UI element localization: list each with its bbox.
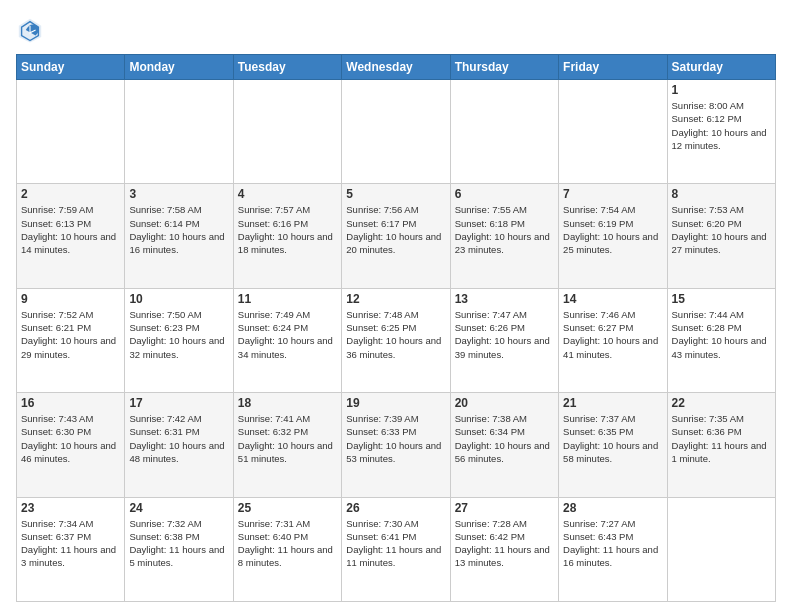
day-info: Sunrise: 7:28 AM Sunset: 6:42 PM Dayligh… (455, 517, 554, 570)
day-cell: 21Sunrise: 7:37 AM Sunset: 6:35 PM Dayli… (559, 393, 667, 497)
day-info: Sunrise: 7:44 AM Sunset: 6:28 PM Dayligh… (672, 308, 771, 361)
day-header-sunday: Sunday (17, 55, 125, 80)
logo-icon (16, 16, 44, 44)
day-header-thursday: Thursday (450, 55, 558, 80)
day-number: 16 (21, 396, 120, 410)
day-info: Sunrise: 7:39 AM Sunset: 6:33 PM Dayligh… (346, 412, 445, 465)
day-number: 13 (455, 292, 554, 306)
day-cell: 8Sunrise: 7:53 AM Sunset: 6:20 PM Daylig… (667, 184, 775, 288)
day-cell: 25Sunrise: 7:31 AM Sunset: 6:40 PM Dayli… (233, 497, 341, 601)
day-info: Sunrise: 7:55 AM Sunset: 6:18 PM Dayligh… (455, 203, 554, 256)
day-cell: 15Sunrise: 7:44 AM Sunset: 6:28 PM Dayli… (667, 288, 775, 392)
day-info: Sunrise: 7:41 AM Sunset: 6:32 PM Dayligh… (238, 412, 337, 465)
day-number: 24 (129, 501, 228, 515)
day-cell: 7Sunrise: 7:54 AM Sunset: 6:19 PM Daylig… (559, 184, 667, 288)
day-info: Sunrise: 7:56 AM Sunset: 6:17 PM Dayligh… (346, 203, 445, 256)
week-row-4: 16Sunrise: 7:43 AM Sunset: 6:30 PM Dayli… (17, 393, 776, 497)
logo (16, 16, 48, 44)
day-info: Sunrise: 7:48 AM Sunset: 6:25 PM Dayligh… (346, 308, 445, 361)
day-cell: 11Sunrise: 7:49 AM Sunset: 6:24 PM Dayli… (233, 288, 341, 392)
day-cell: 19Sunrise: 7:39 AM Sunset: 6:33 PM Dayli… (342, 393, 450, 497)
day-number: 14 (563, 292, 662, 306)
day-cell: 3Sunrise: 7:58 AM Sunset: 6:14 PM Daylig… (125, 184, 233, 288)
day-number: 15 (672, 292, 771, 306)
day-cell: 5Sunrise: 7:56 AM Sunset: 6:17 PM Daylig… (342, 184, 450, 288)
day-cell: 2Sunrise: 7:59 AM Sunset: 6:13 PM Daylig… (17, 184, 125, 288)
day-number: 19 (346, 396, 445, 410)
day-info: Sunrise: 7:31 AM Sunset: 6:40 PM Dayligh… (238, 517, 337, 570)
day-cell: 17Sunrise: 7:42 AM Sunset: 6:31 PM Dayli… (125, 393, 233, 497)
day-number: 5 (346, 187, 445, 201)
day-number: 3 (129, 187, 228, 201)
day-cell: 23Sunrise: 7:34 AM Sunset: 6:37 PM Dayli… (17, 497, 125, 601)
header-row: SundayMondayTuesdayWednesdayThursdayFrid… (17, 55, 776, 80)
day-cell: 20Sunrise: 7:38 AM Sunset: 6:34 PM Dayli… (450, 393, 558, 497)
week-row-1: 1Sunrise: 8:00 AM Sunset: 6:12 PM Daylig… (17, 80, 776, 184)
day-number: 23 (21, 501, 120, 515)
day-header-tuesday: Tuesday (233, 55, 341, 80)
day-number: 22 (672, 396, 771, 410)
day-cell: 14Sunrise: 7:46 AM Sunset: 6:27 PM Dayli… (559, 288, 667, 392)
day-number: 4 (238, 187, 337, 201)
day-info: Sunrise: 7:59 AM Sunset: 6:13 PM Dayligh… (21, 203, 120, 256)
day-info: Sunrise: 7:27 AM Sunset: 6:43 PM Dayligh… (563, 517, 662, 570)
day-info: Sunrise: 7:50 AM Sunset: 6:23 PM Dayligh… (129, 308, 228, 361)
header (16, 16, 776, 44)
day-cell: 12Sunrise: 7:48 AM Sunset: 6:25 PM Dayli… (342, 288, 450, 392)
day-cell (125, 80, 233, 184)
day-cell: 26Sunrise: 7:30 AM Sunset: 6:41 PM Dayli… (342, 497, 450, 601)
day-cell: 6Sunrise: 7:55 AM Sunset: 6:18 PM Daylig… (450, 184, 558, 288)
day-info: Sunrise: 7:37 AM Sunset: 6:35 PM Dayligh… (563, 412, 662, 465)
day-number: 7 (563, 187, 662, 201)
day-info: Sunrise: 8:00 AM Sunset: 6:12 PM Dayligh… (672, 99, 771, 152)
week-row-3: 9Sunrise: 7:52 AM Sunset: 6:21 PM Daylig… (17, 288, 776, 392)
day-info: Sunrise: 7:46 AM Sunset: 6:27 PM Dayligh… (563, 308, 662, 361)
week-row-2: 2Sunrise: 7:59 AM Sunset: 6:13 PM Daylig… (17, 184, 776, 288)
day-number: 10 (129, 292, 228, 306)
day-cell: 27Sunrise: 7:28 AM Sunset: 6:42 PM Dayli… (450, 497, 558, 601)
day-number: 9 (21, 292, 120, 306)
day-info: Sunrise: 7:35 AM Sunset: 6:36 PM Dayligh… (672, 412, 771, 465)
day-info: Sunrise: 7:53 AM Sunset: 6:20 PM Dayligh… (672, 203, 771, 256)
day-number: 12 (346, 292, 445, 306)
day-cell (559, 80, 667, 184)
calendar-table: SundayMondayTuesdayWednesdayThursdayFrid… (16, 54, 776, 602)
day-info: Sunrise: 7:52 AM Sunset: 6:21 PM Dayligh… (21, 308, 120, 361)
day-number: 8 (672, 187, 771, 201)
day-number: 1 (672, 83, 771, 97)
day-info: Sunrise: 7:30 AM Sunset: 6:41 PM Dayligh… (346, 517, 445, 570)
day-header-monday: Monday (125, 55, 233, 80)
day-cell (450, 80, 558, 184)
day-number: 18 (238, 396, 337, 410)
day-cell (667, 497, 775, 601)
day-header-wednesday: Wednesday (342, 55, 450, 80)
day-header-friday: Friday (559, 55, 667, 80)
day-cell: 16Sunrise: 7:43 AM Sunset: 6:30 PM Dayli… (17, 393, 125, 497)
day-cell (233, 80, 341, 184)
day-number: 21 (563, 396, 662, 410)
day-number: 27 (455, 501, 554, 515)
page: SundayMondayTuesdayWednesdayThursdayFrid… (0, 0, 792, 612)
day-info: Sunrise: 7:32 AM Sunset: 6:38 PM Dayligh… (129, 517, 228, 570)
day-info: Sunrise: 7:49 AM Sunset: 6:24 PM Dayligh… (238, 308, 337, 361)
day-number: 17 (129, 396, 228, 410)
day-number: 28 (563, 501, 662, 515)
day-info: Sunrise: 7:57 AM Sunset: 6:16 PM Dayligh… (238, 203, 337, 256)
day-cell: 13Sunrise: 7:47 AM Sunset: 6:26 PM Dayli… (450, 288, 558, 392)
day-info: Sunrise: 7:42 AM Sunset: 6:31 PM Dayligh… (129, 412, 228, 465)
day-number: 20 (455, 396, 554, 410)
week-row-5: 23Sunrise: 7:34 AM Sunset: 6:37 PM Dayli… (17, 497, 776, 601)
day-info: Sunrise: 7:47 AM Sunset: 6:26 PM Dayligh… (455, 308, 554, 361)
day-number: 6 (455, 187, 554, 201)
day-cell: 1Sunrise: 8:00 AM Sunset: 6:12 PM Daylig… (667, 80, 775, 184)
day-header-saturday: Saturday (667, 55, 775, 80)
day-cell: 24Sunrise: 7:32 AM Sunset: 6:38 PM Dayli… (125, 497, 233, 601)
day-cell: 28Sunrise: 7:27 AM Sunset: 6:43 PM Dayli… (559, 497, 667, 601)
day-info: Sunrise: 7:38 AM Sunset: 6:34 PM Dayligh… (455, 412, 554, 465)
day-cell (342, 80, 450, 184)
day-cell: 9Sunrise: 7:52 AM Sunset: 6:21 PM Daylig… (17, 288, 125, 392)
day-number: 25 (238, 501, 337, 515)
day-cell (17, 80, 125, 184)
day-number: 11 (238, 292, 337, 306)
day-info: Sunrise: 7:58 AM Sunset: 6:14 PM Dayligh… (129, 203, 228, 256)
